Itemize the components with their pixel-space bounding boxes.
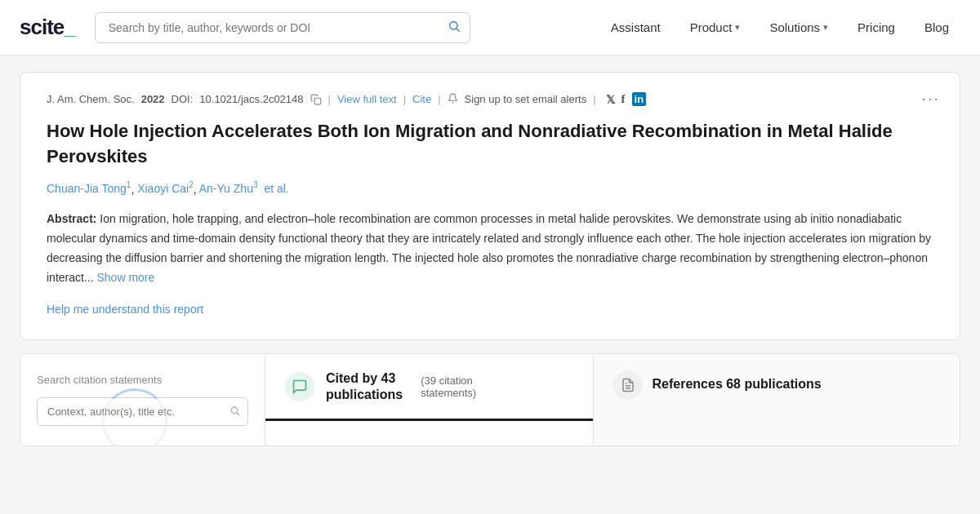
nav-solutions[interactable]: Solutions ▾ <box>758 14 840 41</box>
cited-by-count-label: Cited by 43 publications <box>326 370 403 401</box>
loading-arc <box>102 388 167 445</box>
view-full-text-link[interactable]: View full text <box>337 93 397 105</box>
article-year: 2022 <box>141 93 165 105</box>
copy-icon[interactable] <box>310 94 322 105</box>
main-content: ··· J. Am. Chem. Soc. 2022 DOI: 10.1021/… <box>0 55 980 446</box>
nav-assistant[interactable]: Assistant <box>599 14 672 41</box>
navbar: scite_ Assistant Product ▾ Solutions ▾ P… <box>0 0 980 55</box>
references-icon <box>613 370 643 400</box>
solutions-chevron-icon: ▾ <box>823 22 828 33</box>
citation-search-panel: Search citation statements <box>20 354 265 445</box>
social-icons: 𝕏 f in <box>606 92 647 106</box>
svg-rect-2 <box>314 98 321 104</box>
product-chevron-icon: ▾ <box>735 22 740 33</box>
references-panel[interactable]: References 68 publications <box>594 354 960 445</box>
bell-icon <box>448 93 458 106</box>
help-understand-link[interactable]: Help me understand this report <box>47 303 203 316</box>
author-3[interactable]: An-Yu Zhu3 <box>199 182 258 195</box>
nav-links: Assistant Product ▾ Solutions ▾ Pricing … <box>599 14 960 41</box>
cited-by-text-wrap: Cited by 43 publications <box>326 370 403 401</box>
cite-link[interactable]: Cite <box>412 93 431 105</box>
article-card: ··· J. Am. Chem. Soc. 2022 DOI: 10.1021/… <box>20 72 960 340</box>
logo-underscore: _ <box>64 15 74 39</box>
logo[interactable]: scite_ <box>20 15 75 40</box>
search-icon <box>448 20 461 36</box>
svg-line-4 <box>237 413 239 415</box>
svg-line-1 <box>457 29 460 32</box>
facebook-icon[interactable]: f <box>621 92 626 106</box>
article-meta: J. Am. Chem. Soc. 2022 DOI: 10.1021/jacs… <box>47 92 933 106</box>
nav-blog[interactable]: Blog <box>913 14 960 41</box>
search-input[interactable] <box>95 12 470 43</box>
et-al-link[interactable]: et al. <box>264 182 288 195</box>
search-bar <box>95 12 470 43</box>
meta-separator-2: | <box>403 93 406 105</box>
author-1[interactable]: Chuan-Jia Tong1 <box>47 182 131 195</box>
cited-by-panel: Cited by 43 publications (39 citation st… <box>265 354 594 445</box>
meta-separator-3: | <box>438 93 440 105</box>
citation-search-label: Search citation statements <box>37 374 248 386</box>
meta-separator-4: | <box>593 93 595 105</box>
abstract-body: Ion migration, hole trapping, and electr… <box>47 212 931 283</box>
authors-list: Chuan-Jia Tong1, Xiaoyi Cai2, An-Yu Zhu3… <box>47 181 933 196</box>
citation-search-icon <box>229 405 240 419</box>
nav-pricing[interactable]: Pricing <box>846 14 906 41</box>
twitter-icon[interactable]: 𝕏 <box>606 93 615 106</box>
chat-bubble-icon <box>285 372 314 401</box>
author-2[interactable]: Xiaoyi Cai2 <box>137 182 194 195</box>
svg-point-3 <box>231 407 238 414</box>
citation-statements-count: (39 citation statements) <box>421 374 476 399</box>
references-label: References 68 publications <box>653 377 822 392</box>
doi-label: DOI: <box>172 93 194 105</box>
abstract-text: Abstract: Ion migration, hole trapping, … <box>47 210 933 287</box>
meta-separator-1: | <box>328 93 331 105</box>
abstract-label: Abstract: <box>47 212 96 225</box>
doi-value: 10.1021/jacs.2c02148 <box>199 93 303 105</box>
show-more-link[interactable]: Show more <box>96 271 154 284</box>
nav-product[interactable]: Product ▾ <box>679 14 752 41</box>
article-title: How Hole Injection Accelerates Both Ion … <box>47 119 933 170</box>
linkedin-icon[interactable]: in <box>632 92 647 106</box>
svg-point-0 <box>449 21 457 29</box>
email-alerts-text[interactable]: Sign up to set email alerts <box>465 93 587 105</box>
bottom-panels: Search citation statements <box>20 353 960 446</box>
journal-name: J. Am. Chem. Soc. <box>47 93 135 105</box>
more-options-button[interactable]: ··· <box>921 89 940 108</box>
cited-by-tab[interactable]: Cited by 43 publications (39 citation st… <box>265 354 593 420</box>
